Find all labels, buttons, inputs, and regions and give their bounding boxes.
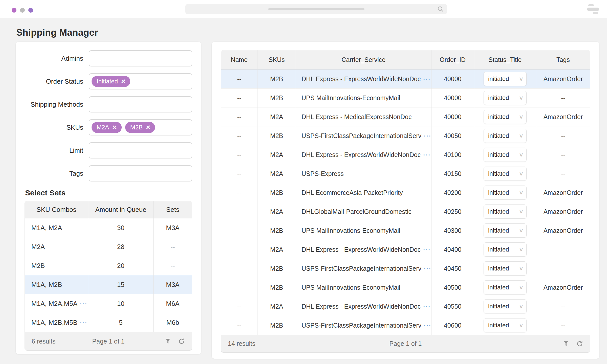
order-id-cell: 40100 (431, 145, 474, 164)
sku-combo-row[interactable]: M1A, M2A30M3A (25, 218, 192, 237)
search-input[interactable] (185, 4, 447, 14)
sku-cell: M2B (257, 69, 296, 88)
sku-combo-row[interactable]: M1A, M2A,M5A···10M6A (25, 294, 192, 313)
menu-icon[interactable] (587, 4, 599, 14)
filter-chip[interactable]: M2A✕ (92, 122, 122, 133)
ellipsis-icon[interactable]: ··· (424, 132, 431, 139)
admins-field[interactable] (89, 50, 192, 66)
status-dropdown[interactable]: initiated∨ (484, 223, 527, 238)
order-row[interactable]: --M2BUPS MailInnovations-EconomyMail4050… (221, 278, 590, 297)
chip-remove-icon[interactable]: ✕ (146, 125, 150, 130)
ellipsis-icon[interactable]: ··· (424, 265, 431, 272)
chevron-down-icon: ∨ (519, 228, 524, 234)
chevron-down-icon: ∨ (519, 95, 524, 101)
status-dropdown[interactable]: initiated∨ (484, 167, 527, 181)
ellipsis-icon[interactable]: ··· (423, 303, 431, 310)
order-status-field[interactable]: Initiated✕ (89, 73, 192, 89)
tags-cell: -- (536, 145, 590, 164)
column-header-sets: Sets (154, 201, 192, 218)
refresh-icon[interactable] (576, 340, 583, 347)
status-dropdown[interactable]: initiated∨ (484, 91, 527, 105)
sku-combo-row[interactable]: M1A, M2B15M3A (25, 275, 192, 294)
sku-cell: M2B (257, 278, 296, 297)
refresh-icon[interactable] (178, 338, 185, 345)
name-cell: -- (221, 183, 257, 202)
sku-combo-row[interactable]: M2B20-- (25, 256, 192, 275)
order-row[interactable]: --M2ADHL Express - ExpressWorldWideNonDo… (221, 240, 590, 259)
tags-cell: -- (536, 240, 590, 259)
status-dropdown[interactable]: initiated∨ (484, 299, 527, 313)
chevron-down-icon: ∨ (519, 209, 524, 215)
carrier-text: DHL Express - ExpressWorldWideNonDoc (301, 75, 421, 82)
order-row[interactable]: --M2BDHL Express - ExpressWorldWideNonDo… (221, 69, 590, 88)
order-row[interactable]: --M2AUSPS-Express40150initiated∨-- (221, 164, 590, 183)
order-row[interactable]: --M2BUSPS-FirstClassPackageInternational… (221, 316, 590, 335)
chip-remove-icon[interactable]: ✕ (121, 79, 126, 84)
ellipsis-icon[interactable]: ··· (80, 319, 88, 326)
order-row[interactable]: --M2BUPS MailInnovations-EconomyMail4030… (221, 221, 590, 240)
order-row[interactable]: --M2BUSPS-FirstClassPackageInternational… (221, 126, 590, 145)
select-sets-heading: Select Sets (25, 188, 192, 197)
order-row[interactable]: --M2BUPS MailInnovations-EconomyMail4000… (221, 88, 590, 107)
sku-combo-row[interactable]: M1A, M2B,M5B···5M6b (25, 313, 192, 332)
order-row[interactable]: --M2ADHL Express - ExpressWorldWideNonDo… (221, 145, 590, 164)
page-indicator: Page 1 of 1 (221, 340, 590, 347)
sku-combo-row[interactable]: M2A28-- (25, 237, 192, 256)
ellipsis-icon[interactable]: ··· (423, 246, 431, 253)
filter-chip[interactable]: M2B✕ (125, 122, 155, 133)
carrier-text: USPS-FirstClassPackageInternationalServ (301, 265, 421, 272)
status-cell: initiated∨ (474, 164, 536, 183)
status-dropdown[interactable]: initiated∨ (484, 186, 527, 200)
status-dropdown[interactable]: initiated∨ (484, 242, 527, 257)
chevron-down-icon: ∨ (519, 303, 524, 309)
filter-funnel-icon[interactable] (563, 340, 569, 347)
status-dropdown[interactable]: initiated∨ (484, 204, 527, 219)
status-dropdown[interactable]: initiated∨ (484, 110, 527, 124)
combo-text: M1A, M2A (31, 224, 62, 232)
ellipsis-icon[interactable]: ··· (423, 76, 431, 82)
limit-field[interactable] (89, 142, 192, 158)
order-row[interactable]: --M2ADHL Express - MedicalExpressNonDoc4… (221, 107, 590, 126)
status-cell: initiated∨ (474, 221, 536, 240)
status-dropdown[interactable]: initiated∨ (484, 148, 527, 162)
filter-label-admins: Admins (25, 55, 83, 62)
window-dot-3[interactable] (28, 8, 33, 13)
ellipsis-icon[interactable]: ··· (423, 151, 431, 158)
search-icon[interactable] (437, 6, 444, 13)
window-dot-2[interactable] (20, 8, 25, 13)
filter-funnel-icon[interactable] (165, 338, 171, 345)
skus-field[interactable]: M2A✕M2B✕ (89, 119, 192, 135)
amount-cell: 28 (88, 237, 154, 256)
tags-field[interactable] (89, 165, 192, 181)
order-id-cell: 40050 (431, 126, 474, 145)
name-cell: -- (221, 278, 257, 297)
status-value: initiated (488, 132, 509, 139)
ellipsis-icon[interactable]: ··· (424, 322, 431, 329)
order-row[interactable]: --M2BDHL EcommerceAsia-PacketPriority402… (221, 183, 590, 202)
chip-remove-icon[interactable]: ✕ (112, 125, 117, 130)
chevron-down-icon: ∨ (519, 190, 524, 196)
status-dropdown[interactable]: initiated∨ (484, 318, 527, 332)
amount-cell: 20 (88, 256, 154, 275)
tags-cell: -- (536, 88, 590, 107)
status-dropdown[interactable]: initiated∨ (484, 280, 527, 294)
shipping-methods-field[interactable] (89, 96, 192, 112)
order-row[interactable]: --M2BUSPS-FirstClassPackageInternational… (221, 259, 590, 278)
chip-label: M2B (130, 124, 143, 131)
sku-cell: M2B (257, 316, 296, 335)
name-cell: -- (221, 88, 257, 107)
window-dot-1[interactable] (12, 8, 16, 13)
tags-cell: AmazonOrder (536, 183, 590, 202)
order-row[interactable]: --M2ADHL Express - ExpressWorldWideNonDo… (221, 297, 590, 316)
status-dropdown[interactable]: initiated∨ (484, 129, 527, 143)
ellipsis-icon[interactable]: ··· (80, 300, 88, 307)
combo-cell: M2B (25, 256, 88, 275)
filter-label-skus: SKUs (25, 124, 83, 131)
chevron-down-icon: ∨ (519, 76, 524, 82)
status-value: initiated (488, 75, 509, 82)
order-row[interactable]: --M2ADHLGlobalMail-ParcelGroundDomestic4… (221, 202, 590, 221)
filter-chip[interactable]: Initiated✕ (92, 76, 130, 87)
status-dropdown[interactable]: initiated∨ (484, 72, 527, 86)
status-dropdown[interactable]: initiated∨ (484, 261, 527, 276)
filter-label-tags: Tags (25, 170, 83, 177)
